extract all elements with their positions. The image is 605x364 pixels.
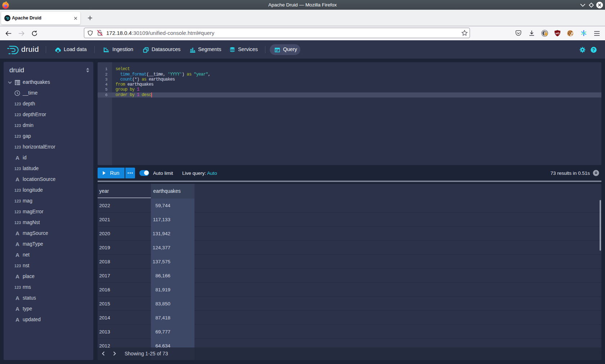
svg-text:uO: uO (555, 32, 559, 35)
svg-text:?: ? (592, 47, 595, 53)
